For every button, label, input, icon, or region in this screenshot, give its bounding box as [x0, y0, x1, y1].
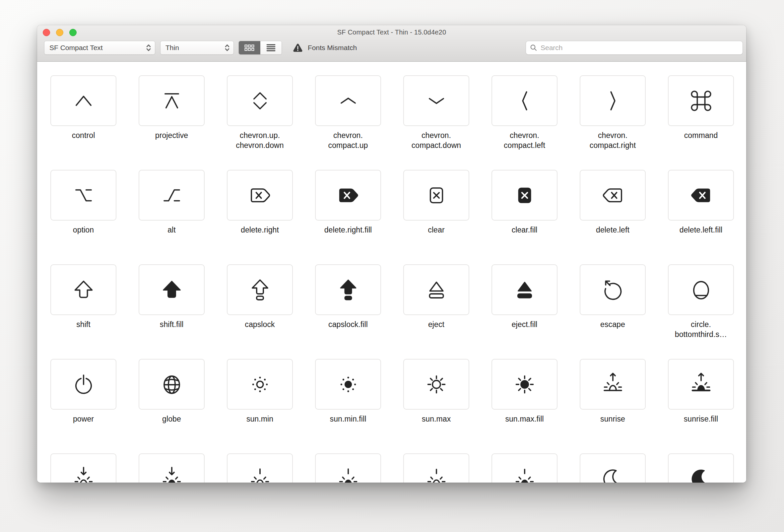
- symbol-cell-sunrise.fill[interactable]: [668, 359, 734, 410]
- symbol-label: command: [668, 130, 734, 140]
- symbol-cell-circle.bottomthird.split[interactable]: [668, 264, 734, 315]
- symbol-glyph: [421, 85, 452, 117]
- list-view-icon: [266, 44, 276, 52]
- symbol-glyph: [68, 179, 100, 211]
- symbol-cell-chevron.up.chevron.down[interactable]: [227, 75, 293, 126]
- warning-triangle-icon: [292, 43, 304, 53]
- symbol-cell-sun.min.fill[interactable]: [315, 359, 381, 410]
- symbol-item: chevron.up. chevron.down: [227, 75, 293, 170]
- symbol-cell-sunset.fill[interactable]: [139, 453, 205, 483]
- symbol-label: chevron. compact.down: [403, 130, 469, 150]
- search-icon: [530, 44, 537, 51]
- symbol-label: power: [50, 414, 116, 424]
- symbol-item: delete.right.fill: [315, 170, 381, 264]
- symbol-item: delete.right: [227, 170, 293, 264]
- symbol-label: delete.left: [580, 225, 646, 235]
- symbol-glyph: [332, 85, 364, 117]
- symbol-cell-chevron.compact.left[interactable]: [492, 75, 558, 126]
- symbol-cell-sun.min[interactable]: [227, 359, 293, 410]
- grid-view-button[interactable]: [239, 41, 260, 54]
- symbol-cell-power[interactable]: [50, 359, 116, 410]
- symbol-label: chevron. compact.up: [315, 130, 381, 150]
- symbol-cell-clear[interactable]: [403, 170, 469, 221]
- symbol-item: alt: [139, 170, 205, 264]
- desktop: SF Compact Text - Thin - 15.0d4e20 SF Co…: [0, 0, 784, 532]
- symbol-item: power: [50, 359, 116, 453]
- symbol-label: capslock: [227, 319, 293, 329]
- window-chrome: SF Compact Text - Thin - 15.0d4e20 SF Co…: [37, 25, 746, 62]
- symbol-glyph: [685, 85, 717, 117]
- symbol-label: eject: [403, 319, 469, 329]
- symbol-cell-capslock[interactable]: [227, 264, 293, 315]
- symbol-cell-globe[interactable]: [139, 359, 205, 410]
- symbol-item: command: [668, 75, 734, 170]
- symbol-cell-clear.fill[interactable]: [492, 170, 558, 221]
- symbol-item: [139, 453, 205, 483]
- symbol-item: eject.fill: [492, 264, 558, 359]
- symbol-item: sun.min.fill: [315, 359, 381, 453]
- list-view-button[interactable]: [260, 41, 282, 54]
- symbol-cell-sun.haze.fill[interactable]: [492, 453, 558, 483]
- symbol-glyph: [68, 368, 100, 400]
- symbol-cell-sun.dust.fill[interactable]: [315, 453, 381, 483]
- symbol-cell-moon[interactable]: [580, 453, 646, 483]
- fonts-mismatch-warning[interactable]: Fonts Mismatch: [292, 41, 357, 55]
- symbol-glyph: [421, 274, 452, 306]
- symbol-cell-option[interactable]: [50, 170, 116, 221]
- symbol-cell-command[interactable]: [668, 75, 734, 126]
- symbol-cell-sun.max.fill[interactable]: [492, 359, 558, 410]
- symbol-item: option: [50, 170, 116, 264]
- symbol-glyph: [156, 463, 188, 483]
- symbol-glyph: [685, 463, 717, 483]
- symbol-glyph: [509, 85, 540, 117]
- symbol-cell-moon.fill[interactable]: [668, 453, 734, 483]
- symbol-label: delete.left.fill: [668, 225, 734, 235]
- font-dropdown[interactable]: SF Compact Text: [44, 41, 155, 55]
- symbol-glyph: [244, 368, 276, 400]
- symbol-item: clear.fill: [492, 170, 558, 264]
- symbol-glyph: [156, 274, 188, 306]
- symbol-label: shift.fill: [139, 319, 205, 329]
- symbol-cell-delete.right[interactable]: [227, 170, 293, 221]
- symbol-cell-escape[interactable]: [580, 264, 646, 315]
- symbol-label: sun.max: [403, 414, 469, 424]
- symbol-glyph: [509, 463, 540, 483]
- symbol-cell-shift[interactable]: [50, 264, 116, 315]
- view-toggle: [239, 41, 282, 55]
- search-input[interactable]: [537, 42, 743, 54]
- weight-dropdown[interactable]: Thin: [160, 41, 234, 55]
- symbol-cell-chevron.compact.up[interactable]: [315, 75, 381, 126]
- symbol-cell-alt[interactable]: [139, 170, 205, 221]
- symbol-glyph: [597, 85, 629, 117]
- symbol-item: chevron. compact.right: [580, 75, 646, 170]
- symbol-label: clear: [403, 225, 469, 235]
- symbol-item: sun.max: [403, 359, 469, 453]
- symbol-cell-shift.fill[interactable]: [139, 264, 205, 315]
- symbol-item: [315, 453, 381, 483]
- symbol-item: projective: [139, 75, 205, 170]
- symbol-cell-sun.dust[interactable]: [227, 453, 293, 483]
- symbol-cell-delete.right.fill[interactable]: [315, 170, 381, 221]
- symbol-item: escape: [580, 264, 646, 359]
- symbol-glyph: [332, 368, 364, 400]
- symbol-label: capslock.fill: [315, 319, 381, 329]
- symbol-cell-sun.haze[interactable]: [403, 453, 469, 483]
- symbol-cell-eject[interactable]: [403, 264, 469, 315]
- symbol-cell-delete.left[interactable]: [580, 170, 646, 221]
- symbol-cell-capslock.fill[interactable]: [315, 264, 381, 315]
- symbol-cell-sunrise[interactable]: [580, 359, 646, 410]
- search-field[interactable]: [526, 41, 743, 55]
- symbol-cell-projective[interactable]: [139, 75, 205, 126]
- symbol-cell-chevron.compact.down[interactable]: [403, 75, 469, 126]
- symbol-cell-chevron.compact.right[interactable]: [580, 75, 646, 126]
- symbol-item: [668, 453, 734, 483]
- symbol-glyph: [597, 368, 629, 400]
- symbol-glyph: [156, 179, 188, 211]
- symbol-label: delete.right: [227, 225, 293, 235]
- symbol-cell-delete.left.fill[interactable]: [668, 170, 734, 221]
- symbol-cell-sun.max[interactable]: [403, 359, 469, 410]
- symbol-cell-eject.fill[interactable]: [492, 264, 558, 315]
- symbol-label: sun.max.fill: [492, 414, 558, 424]
- symbol-cell-control[interactable]: [50, 75, 116, 126]
- symbol-cell-sunset[interactable]: [50, 453, 116, 483]
